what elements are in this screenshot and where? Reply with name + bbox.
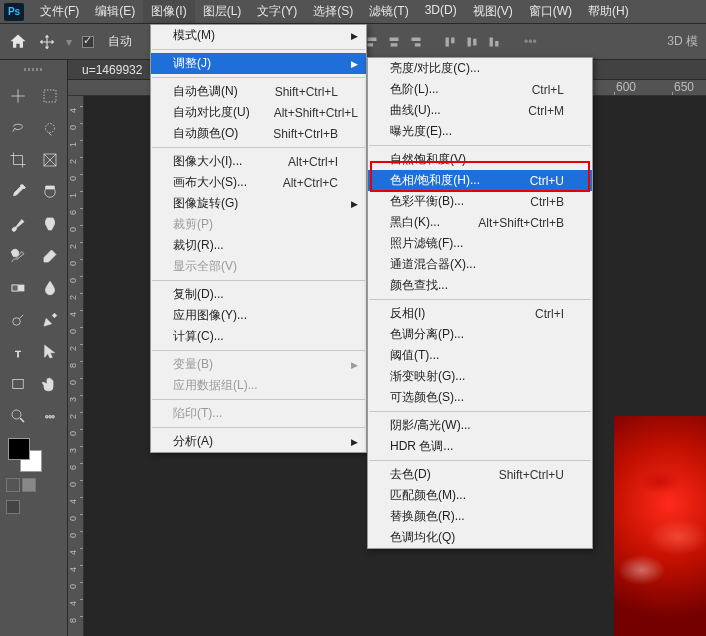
menu-item[interactable]: 自动色调(N)Shift+Ctrl+L	[151, 81, 366, 102]
quick-mask-icon[interactable]	[22, 478, 36, 492]
menu-item-shortcut: Ctrl+M	[528, 104, 564, 118]
zoom-tool[interactable]	[4, 402, 32, 430]
menu-item[interactable]: HDR 色调...	[368, 436, 592, 457]
menu-item[interactable]: 复制(D)...	[151, 284, 366, 305]
quick-mask-row	[0, 474, 67, 496]
blur-tool[interactable]	[36, 274, 64, 302]
hand-tool[interactable]	[36, 370, 64, 398]
menu-item-label: 亮度/对比度(C)...	[390, 60, 564, 77]
history-brush-tool[interactable]	[4, 242, 32, 270]
adjustments-submenu: 亮度/对比度(C)...色阶(L)...Ctrl+L曲线(U)...Ctrl+M…	[367, 57, 593, 549]
menu-item[interactable]: 色相/饱和度(H)...Ctrl+U	[368, 170, 592, 191]
menu-item[interactable]: 色彩平衡(B)...Ctrl+B	[368, 191, 592, 212]
menu-item[interactable]: 阈值(T)...	[368, 345, 592, 366]
menu-滤镜[interactable]: 滤镜(T)	[361, 0, 416, 23]
menu-item-label: 色彩平衡(B)...	[390, 193, 506, 210]
menu-item[interactable]: 反相(I)Ctrl+I	[368, 303, 592, 324]
menu-item-shortcut: Alt+Ctrl+I	[288, 155, 338, 169]
menu-item[interactable]: 模式(M)▶	[151, 25, 366, 46]
type-tool[interactable]: T	[4, 338, 32, 366]
menu-item[interactable]: 色调分离(P)...	[368, 324, 592, 345]
menu-item[interactable]: 匹配颜色(M)...	[368, 485, 592, 506]
menu-item-shortcut: Shift+Ctrl+L	[275, 85, 338, 99]
menu-图像[interactable]: 图像(I)	[143, 0, 194, 23]
menu-item[interactable]: 自然饱和度(V)...	[368, 149, 592, 170]
screen-mode-btn[interactable]	[6, 500, 20, 514]
menu-item[interactable]: 自动对比度(U)Alt+Shift+Ctrl+L	[151, 102, 366, 123]
pen-tool[interactable]	[36, 306, 64, 334]
menu-item[interactable]: 亮度/对比度(C)...	[368, 58, 592, 79]
rect-marquee-tool[interactable]	[36, 82, 64, 110]
menu-item[interactable]: 可选颜色(S)...	[368, 387, 592, 408]
menu-item[interactable]: 计算(C)...	[151, 326, 366, 347]
menu-item[interactable]: 去色(D)Shift+Ctrl+U	[368, 464, 592, 485]
menu-item[interactable]: 阴影/高光(W)...	[368, 415, 592, 436]
home-icon[interactable]	[8, 32, 28, 52]
menu-编辑[interactable]: 编辑(E)	[87, 0, 143, 23]
menu-item-label: 应用数据组(L)...	[173, 377, 338, 394]
gradient-tool[interactable]	[4, 274, 32, 302]
menu-3d[interactable]: 3D(D)	[417, 0, 465, 23]
frame-tool[interactable]	[36, 146, 64, 174]
menu-item[interactable]: 曲线(U)...Ctrl+M	[368, 100, 592, 121]
menu-item-shortcut: Shift+Ctrl+U	[499, 468, 564, 482]
dodge-tool[interactable]	[4, 306, 32, 334]
screen-mode-row	[0, 496, 67, 518]
eyedropper-tool[interactable]	[4, 178, 32, 206]
menu-文件[interactable]: 文件(F)	[32, 0, 87, 23]
move-tool[interactable]	[4, 82, 32, 110]
menu-文字[interactable]: 文字(Y)	[249, 0, 305, 23]
menu-item-label: 计算(C)...	[173, 328, 338, 345]
menu-item[interactable]: 渐变映射(G)...	[368, 366, 592, 387]
menu-item[interactable]: 图像旋转(G)▶	[151, 193, 366, 214]
menu-item-label: 自动颜色(O)	[173, 125, 249, 142]
brush-tool[interactable]	[4, 210, 32, 238]
menu-选择[interactable]: 选择(S)	[305, 0, 361, 23]
menubar: Ps 文件(F)编辑(E)图像(I)图层(L)文字(Y)选择(S)滤镜(T)3D…	[0, 0, 706, 24]
move-tool-icon[interactable]	[38, 33, 56, 51]
spot-heal-tool[interactable]	[36, 178, 64, 206]
path-select-tool[interactable]	[36, 338, 64, 366]
menu-item[interactable]: 照片滤镜(F)...	[368, 233, 592, 254]
menu-item-label: 画布大小(S)...	[173, 174, 259, 191]
align-vcenter-icon[interactable]	[462, 32, 482, 52]
menu-item[interactable]: 色阶(L)...Ctrl+L	[368, 79, 592, 100]
menu-item[interactable]: 自动颜色(O)Shift+Ctrl+B	[151, 123, 366, 144]
eraser-tool[interactable]	[36, 242, 64, 270]
menu-item[interactable]: 裁切(R)...	[151, 235, 366, 256]
menu-item[interactable]: 调整(J)▶	[151, 53, 366, 74]
menu-item[interactable]: 替换颜色(R)...	[368, 506, 592, 527]
menu-item-label: 陷印(T)...	[173, 405, 338, 422]
menu-图层[interactable]: 图层(L)	[195, 0, 250, 23]
foreground-color[interactable]	[8, 438, 30, 460]
menu-item[interactable]: 应用图像(Y)...	[151, 305, 366, 326]
menu-item[interactable]: 图像大小(I)...Alt+Ctrl+I	[151, 151, 366, 172]
menu-窗口[interactable]: 窗口(W)	[521, 0, 580, 23]
menu-item[interactable]: 通道混合器(X)...	[368, 254, 592, 275]
quick-select-tool[interactable]	[36, 114, 64, 142]
lasso-tool[interactable]	[4, 114, 32, 142]
menu-item[interactable]: 曝光度(E)...	[368, 121, 592, 142]
align-bottom-icon[interactable]	[484, 32, 504, 52]
menu-item[interactable]: 画布大小(S)...Alt+Ctrl+C	[151, 172, 366, 193]
panel-grip[interactable]	[0, 60, 67, 78]
auto-checkbox[interactable]	[82, 36, 94, 48]
menu-item[interactable]: 分析(A)▶	[151, 431, 366, 452]
menu-item[interactable]: 颜色查找...	[368, 275, 592, 296]
clone-tool[interactable]	[36, 210, 64, 238]
menu-item[interactable]: 黑白(K)...Alt+Shift+Ctrl+B	[368, 212, 592, 233]
align-right-icon[interactable]	[406, 32, 426, 52]
menu-帮助[interactable]: 帮助(H)	[580, 0, 637, 23]
crop-tool[interactable]	[4, 146, 32, 174]
menu-视图[interactable]: 视图(V)	[465, 0, 521, 23]
rectangle-tool[interactable]	[4, 370, 32, 398]
document-title: u=1469932	[82, 63, 142, 77]
screen-mode-icon[interactable]	[6, 478, 20, 492]
edit-toolbar-tool[interactable]: •••	[36, 402, 64, 430]
menu-item[interactable]: 色调均化(Q)	[368, 527, 592, 548]
align-hcenter-icon[interactable]	[384, 32, 404, 52]
color-swatches[interactable]	[0, 434, 67, 474]
menu-item-label: 图像旋转(G)	[173, 195, 338, 212]
align-top-icon[interactable]	[440, 32, 460, 52]
svg-text:•••: •••	[45, 412, 54, 422]
